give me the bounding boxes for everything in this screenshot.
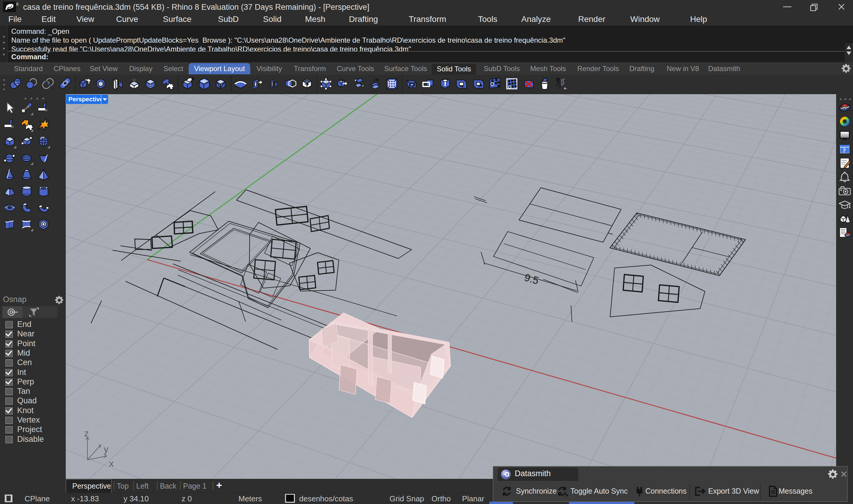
svg-text:8: 8 [16, 1, 18, 6]
svg-text:?: ? [842, 147, 846, 154]
svg-text:x: x [109, 458, 114, 469]
svg-text:9.5: 9.5 [523, 271, 540, 286]
svg-text:z: z [84, 428, 89, 438]
svg-text:y: y [104, 444, 108, 454]
